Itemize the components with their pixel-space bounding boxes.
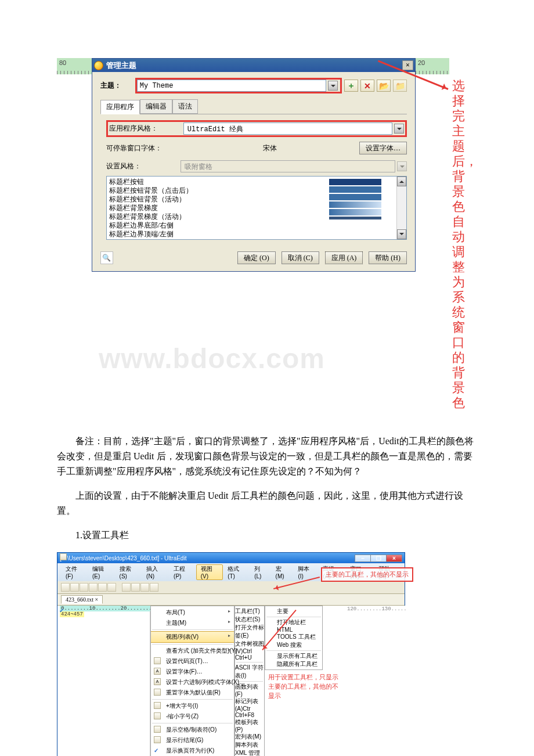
ue-filetabbar: 423_660.txt ×: [57, 593, 405, 606]
menu-item[interactable]: 显示行结尾(G): [151, 735, 234, 746]
menu-item[interactable]: -缩小字号(Z): [151, 711, 234, 722]
menu-item[interactable]: 显示换页符为行(K)✓: [151, 746, 234, 756]
menu-item[interactable]: 设置字体(F)…A: [151, 667, 234, 677]
ue-max-button[interactable]: ❐: [370, 555, 387, 562]
ultraedit-window: [C:\Users\steven\Desktop\423_660.txt] - …: [57, 552, 405, 756]
menu-project[interactable]: 工程(P): [169, 564, 196, 580]
scroll-up-icon[interactable]: [397, 177, 406, 186]
toolbar-icon[interactable]: [150, 583, 158, 592]
theme-combo[interactable]: My Theme: [137, 80, 326, 92]
menu-item-icon: [60, 553, 67, 560]
menu-item-icon: [154, 736, 161, 743]
ue-min-button[interactable]: –: [355, 555, 371, 562]
toolbar-icon[interactable]: [98, 583, 107, 592]
manage-theme-dialog: 管理主题 × 主题： My Theme ＋ ✕ 📂 📁 应用程序: [92, 58, 416, 272]
list-scrollbar[interactable]: [396, 177, 406, 239]
menu-view[interactable]: 视图(V): [196, 564, 223, 580]
dialog-tabs: 应用程序 编辑器 语法: [100, 99, 407, 114]
appstyle-combo[interactable]: UltraEdit 经典: [183, 123, 392, 135]
style-listbox[interactable]: 标题栏按钮 标题栏按钮背景（点击后） 标题栏按钮背景（活动） 标题栏背景梯度 标…: [106, 176, 407, 240]
apply-button[interactable]: 应用 (A): [325, 251, 363, 264]
menu-item-icon: [154, 712, 161, 719]
menu-item[interactable]: 设置十六进制/列模式字体(X)…A: [151, 677, 234, 687]
menu-file[interactable]: 文件(F): [61, 564, 88, 580]
tab-syntax[interactable]: 语法: [172, 99, 198, 114]
menu-item[interactable]: 脚本列表: [235, 741, 264, 749]
menu-item[interactable]: 主题(M): [151, 618, 234, 628]
menu-item[interactable]: +增大字号(I): [151, 701, 234, 711]
list-item[interactable]: 标题栏背景梯度: [109, 204, 324, 213]
menu-item[interactable]: 文件树视图(V)Ctrl Ctrl+U: [235, 640, 264, 661]
help-button[interactable]: 帮助 (H): [369, 251, 407, 264]
menu-item[interactable]: 查看方式 (加亮文件类型)(Y): [151, 646, 234, 656]
scroll-down-icon[interactable]: [397, 229, 406, 239]
dockfont-label: 可停靠窗口字体：: [106, 143, 181, 153]
appstyle-highlight: 应用程序风格： UltraEdit 经典: [106, 120, 407, 137]
menu-item[interactable]: 显示空格/制表符(O): [151, 725, 234, 735]
toolbar-icon[interactable]: [122, 583, 131, 592]
list-item[interactable]: 标题栏按钮: [109, 178, 324, 186]
menu-item[interactable]: 打开地址栏: [265, 618, 322, 627]
list-item[interactable]: 标题栏按钮背景（活动）: [109, 195, 324, 204]
zoom-icon[interactable]: 🔍: [100, 251, 113, 264]
toolbar-icon[interactable]: [107, 583, 116, 592]
menu-item[interactable]: 隐藏所有工具栏: [265, 660, 322, 668]
menu-edit[interactable]: 编辑(E): [88, 564, 115, 580]
ruler-ticks-right: [416, 66, 449, 74]
toolbar-icon[interactable]: [61, 583, 70, 592]
theme-combo-arrow[interactable]: [328, 81, 338, 91]
ruler-right-num: 20: [416, 59, 425, 66]
menu-item[interactable]: 重置字体为默认值(R): [151, 687, 234, 698]
menu-item[interactable]: XML 管理器(X): [235, 749, 264, 756]
setstyle-combo: 吸附窗格: [181, 160, 395, 172]
toolbar-icon[interactable]: [140, 583, 149, 592]
list-item[interactable]: 标题栏边界底部/右侧: [109, 221, 324, 230]
menu-item[interactable]: 视图/列表(V): [151, 631, 234, 643]
dialog-close-button[interactable]: ×: [402, 60, 413, 70]
menu-item[interactable]: 显示所有工具栏: [265, 652, 322, 660]
toolbar-icon[interactable]: [89, 583, 98, 592]
appstyle-label: 应用程序风格：: [109, 124, 183, 134]
ue-file-tab[interactable]: 423_660.txt ×: [61, 595, 103, 604]
dialog-icon: [94, 61, 103, 70]
menu-item[interactable]: 宏列表(M): [235, 733, 264, 741]
menu-item[interactable]: Web 搜索: [265, 641, 322, 649]
menu-item-icon: [154, 689, 161, 696]
menu-insert[interactable]: 插入(N): [142, 564, 169, 580]
ok-button[interactable]: 确定 (O): [237, 251, 276, 264]
list-item[interactable]: 标题栏背景梯度（活动）: [109, 213, 324, 221]
dialog-title-text: 管理主题: [106, 60, 136, 71]
menu-item[interactable]: 打开文件标签(E): [235, 624, 264, 640]
toolbar-icon[interactable]: [131, 583, 140, 592]
set-font-button[interactable]: 设置字体…: [359, 142, 407, 154]
theme-open2-button[interactable]: 📁: [393, 80, 407, 92]
list-item[interactable]: 标题栏边界顶端/左侧: [109, 230, 324, 239]
menu-item[interactable]: 工具栏(T): [235, 607, 264, 615]
dockfont-value: 宋体: [181, 143, 359, 153]
setstyle-label: 设置风格：: [106, 161, 181, 171]
menu-item[interactable]: 布局(T): [151, 607, 234, 618]
theme-open-button[interactable]: 📂: [377, 80, 391, 92]
menu-item[interactable]: 模板列表(P): [235, 718, 264, 733]
menu-item[interactable]: ASCII 字符表(I): [235, 664, 264, 680]
ruler-line: 0........10........20........30..: [60, 606, 165, 611]
tab-editor[interactable]: 编辑器: [140, 99, 172, 114]
menu-item[interactable]: 标记列表(A)Ctr Ctrl+F8: [235, 697, 264, 718]
menu-item[interactable]: 设置代码页(T)…: [151, 656, 234, 667]
theme-add-button[interactable]: ＋: [344, 80, 358, 92]
menu-format[interactable]: 格式(T): [223, 564, 250, 580]
ue-close-button[interactable]: ×: [386, 555, 402, 562]
toolbar-submenu: 主要打开地址栏HTMLTOOLS 工具栏Web 搜索显示所有工具栏隐藏所有工具栏: [265, 606, 323, 670]
cancel-button[interactable]: 取消 (C): [282, 251, 319, 264]
menu-item[interactable]: HTML: [265, 627, 322, 633]
menu-search[interactable]: 搜索(S): [115, 564, 142, 580]
menu-item[interactable]: 状态栏(S)✓: [235, 615, 264, 624]
toolbar-icon[interactable]: [80, 583, 88, 592]
menu-macro[interactable]: 宏(M): [271, 564, 294, 580]
tab-app[interactable]: 应用程序: [100, 100, 140, 114]
theme-delete-button[interactable]: ✕: [360, 80, 374, 92]
appstyle-combo-arrow[interactable]: [394, 124, 404, 134]
menu-column[interactable]: 列(L): [250, 564, 270, 580]
toolbar-icon[interactable]: [70, 583, 79, 592]
list-item[interactable]: 标题栏按钮背景（点击后）: [109, 186, 324, 195]
